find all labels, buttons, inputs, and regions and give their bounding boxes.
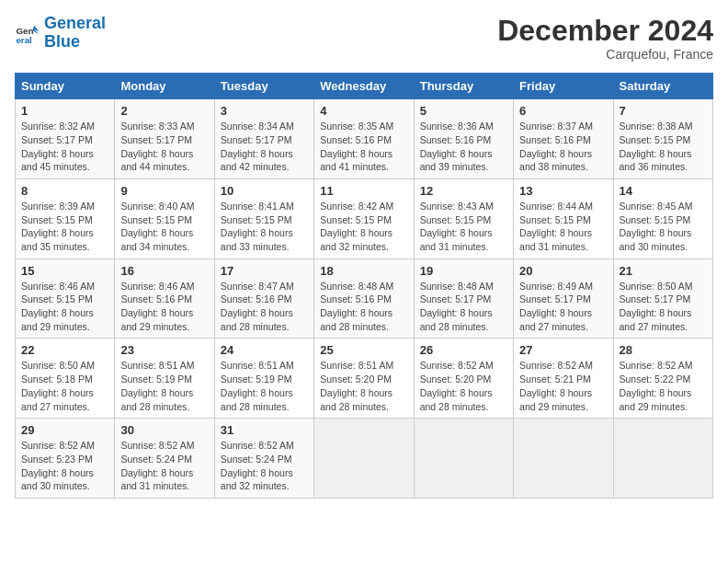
location: Carquefou, France [497,47,713,62]
svg-marker-2 [33,25,40,34]
calendar-week: 29Sunrise: 8:52 AM Sunset: 5:23 PM Dayli… [16,419,713,499]
page-header: Gen eral GeneralBlue December 2024 Carqu… [15,15,713,62]
table-row: 27Sunrise: 8:52 AM Sunset: 5:21 PM Dayli… [514,339,613,419]
table-row: 21Sunrise: 8:50 AM Sunset: 5:17 PM Dayli… [613,259,712,339]
col-header-saturday: Saturday [613,74,712,99]
col-header-tuesday: Tuesday [214,74,313,99]
table-row: 14Sunrise: 8:45 AM Sunset: 5:15 PM Dayli… [613,178,712,259]
table-row [314,419,414,499]
table-row: 5Sunrise: 8:36 AM Sunset: 5:16 PM Daylig… [414,99,513,179]
table-row: 4Sunrise: 8:35 AM Sunset: 5:16 PM Daylig… [314,99,414,179]
table-row: 13Sunrise: 8:44 AM Sunset: 5:15 PM Dayli… [514,178,613,259]
table-row: 19Sunrise: 8:48 AM Sunset: 5:17 PM Dayli… [414,259,513,339]
col-header-friday: Friday [514,74,613,99]
calendar-week: 8Sunrise: 8:39 AM Sunset: 5:15 PM Daylig… [16,178,713,259]
table-row: 12Sunrise: 8:43 AM Sunset: 5:15 PM Dayli… [414,178,513,259]
calendar-week: 15Sunrise: 8:46 AM Sunset: 5:15 PM Dayli… [16,259,713,339]
month-title: December 2024 [497,15,713,47]
table-row: 9Sunrise: 8:40 AM Sunset: 5:15 PM Daylig… [115,178,214,259]
col-header-wednesday: Wednesday [314,74,414,99]
column-headers: SundayMondayTuesdayWednesdayThursdayFrid… [16,74,713,99]
table-row: 15Sunrise: 8:46 AM Sunset: 5:15 PM Dayli… [16,259,115,339]
table-row: 8Sunrise: 8:39 AM Sunset: 5:15 PM Daylig… [16,178,115,259]
svg-text:eral: eral [16,35,32,45]
logo: Gen eral GeneralBlue [15,15,106,52]
table-row: 30Sunrise: 8:52 AM Sunset: 5:24 PM Dayli… [115,419,214,499]
table-row: 1Sunrise: 8:32 AM Sunset: 5:17 PM Daylig… [16,99,115,179]
table-row: 29Sunrise: 8:52 AM Sunset: 5:23 PM Dayli… [16,419,115,499]
title-block: December 2024 Carquefou, France [497,15,713,62]
col-header-sunday: Sunday [16,74,115,99]
table-row [613,419,712,499]
col-header-monday: Monday [115,74,214,99]
calendar-week: 22Sunrise: 8:50 AM Sunset: 5:18 PM Dayli… [16,339,713,419]
calendar-week: 1Sunrise: 8:32 AM Sunset: 5:17 PM Daylig… [16,99,713,179]
table-row: 10Sunrise: 8:41 AM Sunset: 5:15 PM Dayli… [214,178,313,259]
table-row: 28Sunrise: 8:52 AM Sunset: 5:22 PM Dayli… [613,339,712,419]
table-row: 25Sunrise: 8:51 AM Sunset: 5:20 PM Dayli… [314,339,414,419]
table-row: 23Sunrise: 8:51 AM Sunset: 5:19 PM Dayli… [115,339,214,419]
table-row: 2Sunrise: 8:33 AM Sunset: 5:17 PM Daylig… [115,99,214,179]
table-row: 16Sunrise: 8:46 AM Sunset: 5:16 PM Dayli… [115,259,214,339]
table-row: 18Sunrise: 8:48 AM Sunset: 5:16 PM Dayli… [314,259,414,339]
table-row: 31Sunrise: 8:52 AM Sunset: 5:24 PM Dayli… [214,419,313,499]
table-row: 17Sunrise: 8:47 AM Sunset: 5:16 PM Dayli… [214,259,313,339]
calendar-table: SundayMondayTuesdayWednesdayThursdayFrid… [15,73,713,499]
col-header-thursday: Thursday [414,74,513,99]
table-row: 24Sunrise: 8:51 AM Sunset: 5:19 PM Dayli… [214,339,313,419]
table-row: 3Sunrise: 8:34 AM Sunset: 5:17 PM Daylig… [214,99,313,179]
logo-icon: Gen eral [15,20,40,46]
table-row [514,419,613,499]
table-row: 11Sunrise: 8:42 AM Sunset: 5:15 PM Dayli… [314,178,414,259]
table-row: 26Sunrise: 8:52 AM Sunset: 5:20 PM Dayli… [414,339,513,419]
table-row [414,419,513,499]
table-row: 7Sunrise: 8:38 AM Sunset: 5:15 PM Daylig… [613,99,712,179]
table-row: 22Sunrise: 8:50 AM Sunset: 5:18 PM Dayli… [16,339,115,419]
table-row: 20Sunrise: 8:49 AM Sunset: 5:17 PM Dayli… [514,259,613,339]
table-row: 6Sunrise: 8:37 AM Sunset: 5:16 PM Daylig… [514,99,613,179]
logo-text: GeneralBlue [44,15,106,52]
